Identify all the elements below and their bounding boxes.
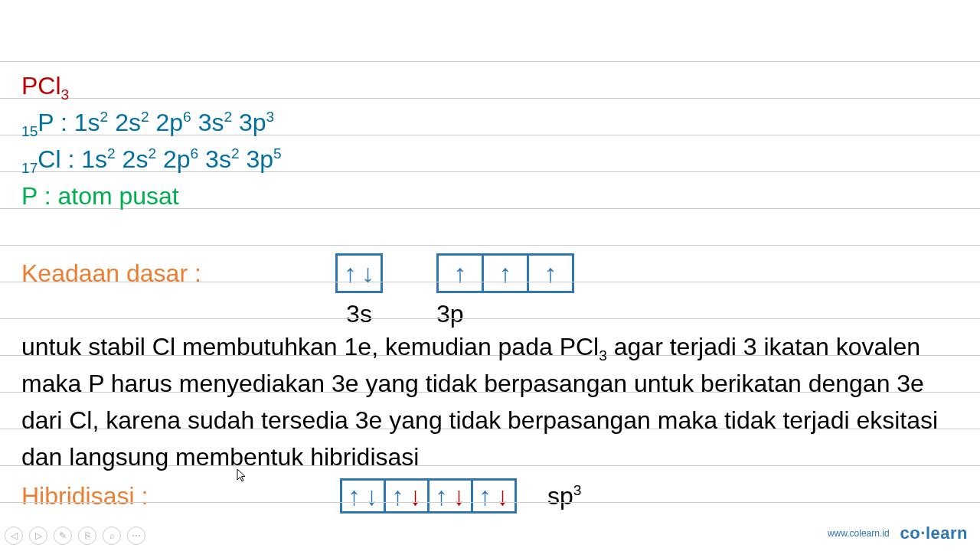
exp: 2 [231,145,240,161]
paragraph-line-2: maka P harus menyediakan 3e yang tidak b… [21,365,959,402]
orbital-3s-label: 3s [335,300,383,328]
sp3-base: sp [547,482,573,510]
arrow-up-icon: ↑ [348,483,361,509]
footer-url: www.colearn.id [828,528,890,539]
orbital-3s-group: ↑ ↓ [335,253,383,293]
arrow-down-red-icon: ↓ [409,483,422,509]
logo-dot: · [920,523,926,543]
exp: 6 [183,109,191,125]
hybrid-box-1: ↑ ↓ [340,478,386,514]
exp: 5 [273,145,282,161]
hybrid-box-4: ↑ ↓ [471,478,517,514]
p-electron-config: 15P : 1s2 2s2 2p6 3s2 3p3 [21,104,959,141]
orbital-labels: 3s 3p [21,300,959,328]
keadaan-dasar-row: Keadaan dasar : ↑ ↓ ↑ ↑ [21,251,959,295]
exp: 2 [141,109,149,125]
p-symbol: P [38,109,54,136]
arrow-up-icon: ↑ [544,260,557,286]
orb: 3p [246,145,273,173]
exp: 2 [224,109,232,125]
atom-pusat: P : atom pusat [21,178,959,214]
formula-sub: 3 [61,86,70,103]
keadaan-dasar-label: Keadaan dasar : [21,259,335,288]
sep: : [54,109,74,136]
arrow-up-icon: ↑ [479,483,492,509]
exp: 2 [107,145,116,161]
arrow-up-icon: ↑ [344,260,357,286]
paragraph-line-3: dari Cl, karena sudah tersedia 3e yang t… [21,402,959,439]
orb: 2s [122,145,149,173]
orb: 1s [74,109,100,136]
orbital-3p-label: 3p [436,300,484,328]
arrow-up-icon: ↑ [435,483,448,509]
pen-button[interactable]: ✎ [54,527,72,545]
orb: 2p [156,109,184,136]
orb: 3s [198,109,224,136]
hibridisasi-row: Hibridisasi : ↑ ↓ ↑ ↓ ↑ ↓ ↑ ↓ sp3 [21,475,959,517]
hibridisasi-label: Hibridisasi : [21,482,340,510]
paragraph-line-1: untuk stabil Cl membutuhkan 1e, kemudian… [21,328,959,365]
exp: 3 [266,109,275,125]
footer: ◁ ▷ ✎ ⎘ ⌕ ⋯ www.colearn.id co·learn [0,523,980,546]
formula-base: PCl [21,72,61,99]
exp: 6 [191,145,199,161]
cl-atomic-number: 17 [21,160,38,176]
orb: 2s [115,109,141,136]
cl-electron-config: 17Cl : 1s2 2s2 2p6 3s2 3p5 [21,141,959,178]
arrow-down-icon: ↓ [365,483,378,509]
sp3-label: sp3 [547,482,581,510]
hybrid-box-2: ↑ ↓ [384,478,430,514]
text: untuk stabil Cl membutuhkan 1e, kemudian… [21,333,599,360]
cl-symbol: Cl [38,145,60,173]
zoom-button[interactable]: ⌕ [103,527,121,545]
arrow-up-icon: ↑ [391,483,404,509]
orbital-3p-group: ↑ ↑ ↑ [436,253,574,293]
prev-button[interactable]: ◁ [5,527,23,545]
orb: 1s [81,145,107,173]
orbital-box-3p-3: ↑ [527,253,574,293]
orb: 3s [205,145,231,173]
p-atomic-number: 15 [21,123,38,139]
more-button[interactable]: ⋯ [127,527,145,545]
sep: : [61,145,82,173]
orbital-box-3s: ↑ ↓ [335,253,383,293]
footer-logo: co·learn [900,523,968,543]
text: agar terjadi 3 ikatan kovalen [607,333,920,360]
hybrid-box-3: ↑ ↓ [427,478,473,514]
arrow-up-icon: ↑ [499,260,512,286]
sub: 3 [599,347,607,364]
logo-b: learn [926,523,968,543]
orbital-box-3p-2: ↑ [482,253,529,293]
arrow-down-red-icon: ↓ [452,483,466,509]
title-formula: PCl3 [21,67,959,104]
orb: 2p [163,145,191,173]
orbital-box-3p-1: ↑ [436,253,484,293]
next-button[interactable]: ▷ [29,527,47,545]
logo-a: co [900,523,921,543]
copy-button[interactable]: ⎘ [78,527,96,545]
exp: 2 [148,145,156,161]
exp: 2 [100,109,109,125]
arrow-down-red-icon: ↓ [496,483,509,509]
sp3-sup: 3 [573,482,582,498]
footer-toolbar: ◁ ▷ ✎ ⎘ ⌕ ⋯ [5,527,145,545]
orb: 3p [239,109,266,136]
arrow-up-icon: ↑ [454,260,467,286]
paragraph-line-4: dan langsung membentuk hibridisasi [21,439,959,475]
arrow-down-icon: ↓ [361,260,374,286]
